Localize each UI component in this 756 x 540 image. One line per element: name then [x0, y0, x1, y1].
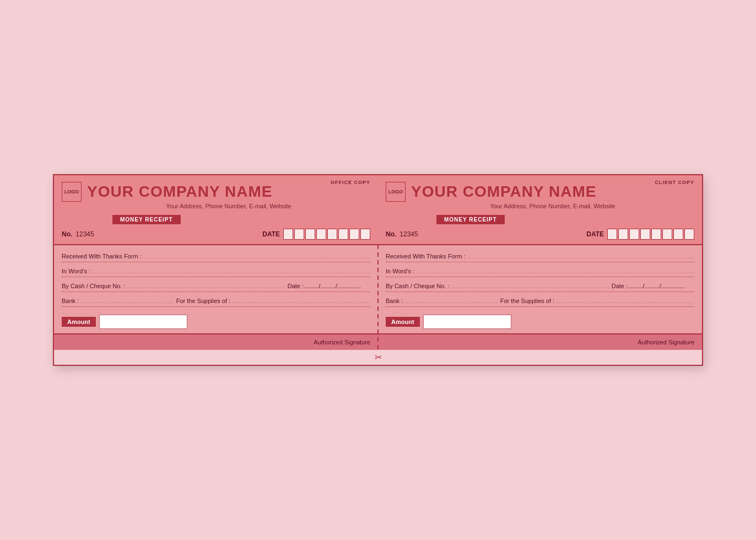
office-cashcheque-dots: ........................................…	[127, 283, 286, 289]
client-date-section: DATE	[586, 229, 694, 240]
office-date-boxes	[283, 229, 370, 240]
client-copy-content: Received With Thanks Form : ............…	[378, 245, 702, 333]
client-cashcheque-dots: ........................................…	[451, 283, 610, 289]
client-date-label: DATE	[586, 230, 604, 238]
office-authorized-signature: Authorized Signature	[314, 339, 370, 345]
client-date-box-1[interactable]	[607, 229, 617, 240]
date-box-2[interactable]	[294, 229, 304, 240]
client-bank-dots2: ........................................…	[556, 298, 694, 304]
date-box-7[interactable]	[349, 229, 359, 240]
client-date-box-5[interactable]	[651, 229, 661, 240]
office-date-label: DATE	[262, 230, 280, 238]
office-company-name: YOUR COMPANY NAME	[87, 184, 272, 199]
office-no-left: No. 12345	[62, 230, 94, 238]
client-copy-type-label: CLIENT COPY	[655, 180, 694, 185]
date-box-1[interactable]	[283, 229, 293, 240]
client-bank-supplies: For the Supplies of :	[500, 298, 554, 304]
client-cashcheque-date: Date :........./........./..............	[612, 283, 685, 289]
office-inwords-label: In Word's :	[62, 268, 90, 274]
client-inwords-label: In Word's :	[386, 268, 414, 274]
office-cashcheque-line: By Cash / Cheque No. : .................…	[62, 283, 370, 292]
office-cashcheque-label: By Cash / Cheque No. :	[62, 283, 126, 289]
office-amount-field[interactable]	[99, 315, 187, 329]
client-company-row: LOGO YOUR COMPANY NAME	[386, 182, 694, 202]
client-no-value: 12345	[399, 230, 418, 238]
client-amount-row: Amount	[386, 315, 694, 329]
client-bank-line: Bank : .................................…	[386, 298, 694, 307]
office-no-date-row: No. 12345 DATE	[62, 229, 370, 240]
client-no-date-row: No. 12345 DATE	[386, 229, 694, 240]
office-copy: OFFICE COPY LOGO YOUR COMPANY NAME Your …	[54, 175, 378, 350]
client-received-line: Received With Thanks Form : ............…	[386, 253, 694, 262]
office-received-line: Received With Thanks Form : ............…	[62, 253, 370, 262]
office-received-label: Received With Thanks Form :	[62, 253, 142, 260]
client-date-box-4[interactable]	[640, 229, 650, 240]
client-amount-field[interactable]	[423, 315, 511, 329]
office-received-dots: ........................................…	[143, 253, 370, 260]
office-date-section: DATE	[262, 229, 370, 240]
date-box-5[interactable]	[327, 229, 337, 240]
client-copy: CLIENT COPY LOGO YOUR COMPANY NAME Your …	[378, 175, 702, 350]
office-amount-badge: Amount	[62, 317, 96, 327]
client-no-label: No.	[386, 230, 396, 238]
office-footer: Authorized Signature	[54, 333, 378, 350]
office-bank-supplies: For the Supplies of :	[176, 298, 230, 304]
client-date-box-6[interactable]	[662, 229, 672, 240]
client-received-label: Received With Thanks Form :	[386, 253, 466, 260]
office-copy-header: OFFICE COPY LOGO YOUR COMPANY NAME Your …	[54, 175, 378, 245]
scissors-icon: ✂	[375, 352, 382, 363]
client-bank-label: Bank :	[386, 298, 403, 304]
office-bank-dots2: ........................................…	[232, 298, 370, 304]
client-no-left: No. 12345	[386, 230, 418, 238]
office-cashcheque-date: Date :........./........./..............	[288, 283, 361, 289]
date-box-8[interactable]	[360, 229, 370, 240]
office-company-address: Your Address, Phone Number, E-mail, Webs…	[87, 203, 370, 209]
office-no-label: No.	[62, 230, 72, 238]
office-amount-row: Amount	[62, 315, 370, 329]
receipt-body: OFFICE COPY LOGO YOUR COMPANY NAME Your …	[54, 175, 702, 350]
client-inwords-line: In Word's : ............................…	[386, 268, 694, 277]
client-bank-dots1: ........................................…	[404, 298, 498, 304]
client-footer: Authorized Signature	[378, 333, 702, 350]
client-date-boxes	[607, 229, 694, 240]
date-box-6[interactable]	[338, 229, 348, 240]
receipt-wrapper: OFFICE COPY LOGO YOUR COMPANY NAME Your …	[53, 174, 703, 366]
client-company-name: YOUR COMPANY NAME	[411, 184, 596, 199]
client-date-box-8[interactable]	[684, 229, 694, 240]
client-company-address: Your Address, Phone Number, E-mail, Webs…	[411, 203, 694, 209]
office-bank-label: Bank :	[62, 298, 79, 304]
office-money-receipt-label: MONEY RECEIPT	[112, 215, 181, 224]
client-amount-badge: Amount	[386, 317, 420, 327]
office-copy-type-label: OFFICE COPY	[331, 180, 370, 185]
client-date-box-7[interactable]	[673, 229, 683, 240]
office-logo-box: LOGO	[62, 182, 82, 202]
client-received-dots: ........................................…	[467, 253, 694, 260]
office-bank-line: Bank : .................................…	[62, 298, 370, 307]
client-date-box-3[interactable]	[629, 229, 639, 240]
client-money-receipt-label: MONEY RECEIPT	[436, 215, 505, 224]
client-logo-box: LOGO	[386, 182, 406, 202]
client-cashcheque-line: By Cash / Cheque No. : .................…	[386, 283, 694, 292]
client-authorized-signature: Authorized Signature	[638, 339, 694, 345]
office-no-value: 12345	[75, 230, 94, 238]
office-company-row: LOGO YOUR COMPANY NAME	[62, 182, 370, 202]
client-copy-header: CLIENT COPY LOGO YOUR COMPANY NAME Your …	[378, 175, 702, 245]
client-date-box-2[interactable]	[618, 229, 628, 240]
office-inwords-dots: ........................................…	[92, 268, 370, 274]
scissors-row: ✂	[54, 350, 702, 365]
office-inwords-line: In Word's : ............................…	[62, 268, 370, 277]
client-cashcheque-label: By Cash / Cheque No. :	[386, 283, 450, 289]
office-bank-dots1: ........................................…	[80, 298, 174, 304]
date-box-3[interactable]	[305, 229, 315, 240]
date-box-4[interactable]	[316, 229, 326, 240]
office-copy-content: Received With Thanks Form : ............…	[54, 245, 378, 333]
client-inwords-dots: ........................................…	[416, 268, 694, 274]
